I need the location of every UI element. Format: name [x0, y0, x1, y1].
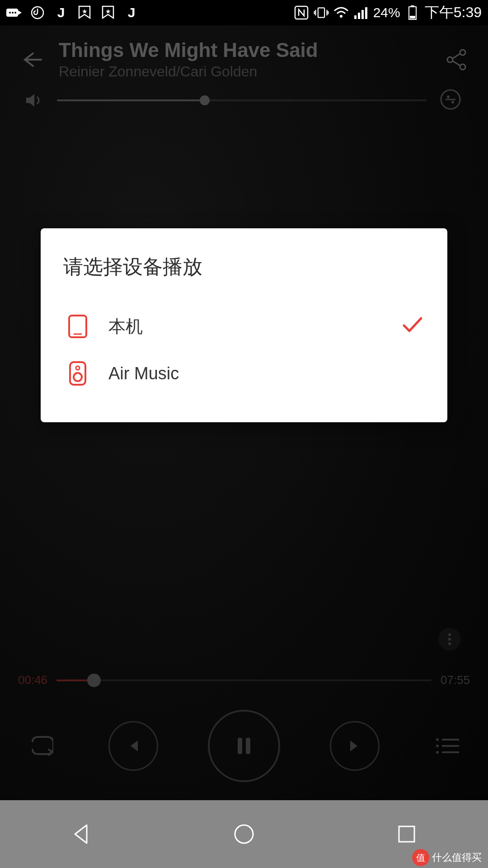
nav-recent-button[interactable] [389, 816, 425, 852]
status-right: 24% 下午5:39 [294, 3, 482, 23]
svg-rect-24 [238, 738, 242, 754]
repeat-button[interactable] [23, 728, 59, 764]
svg-rect-25 [246, 738, 250, 754]
song-titles: Things We Might Have Said Reinier Zonnev… [59, 39, 434, 80]
nav-home-button[interactable] [226, 816, 262, 852]
nav-back-button[interactable] [63, 816, 99, 852]
status-bar: J ★ ★ J 24% 下午5:39 [0, 0, 488, 25]
svg-point-10 [340, 15, 343, 18]
device-label: Air Music [108, 364, 423, 383]
bookmark-j-icon-2: J [124, 5, 139, 20]
svg-rect-14 [365, 7, 367, 19]
equalizer-button[interactable] [440, 89, 463, 112]
bookmark-j-icon: J [53, 5, 69, 20]
player-header: Things We Might Have Said Reinier Zonnev… [0, 25, 488, 85]
progress-row: 00:46 07:55 [18, 673, 470, 687]
clock-label: 下午5:39 [425, 3, 482, 23]
tablet-icon [65, 314, 90, 339]
bookmark-star-icon-2: ★ [100, 5, 116, 20]
battery-pct-label: 24% [373, 5, 400, 20]
svg-text:★: ★ [105, 8, 111, 15]
current-time-label: 00:46 [18, 673, 47, 687]
svg-rect-13 [361, 10, 364, 19]
svg-point-18 [460, 50, 465, 55]
volume-slider[interactable] [57, 99, 427, 101]
svg-rect-11 [354, 15, 357, 19]
bookmark-star-icon: ★ [77, 5, 92, 20]
back-button[interactable] [18, 46, 45, 73]
vibrate-icon [314, 5, 329, 20]
previous-track-button[interactable] [108, 721, 158, 771]
notification-icon [6, 5, 22, 20]
pause-button[interactable] [208, 710, 280, 782]
device-label: 本机 [108, 315, 383, 338]
device-item-airmusic[interactable]: Air Music [63, 350, 425, 397]
song-artist: Reinier Zonneveld/Cari Golden [59, 63, 434, 80]
cellular-signal-icon [353, 5, 369, 20]
device-item-local[interactable]: 本机 [63, 303, 425, 350]
wifi-icon [333, 5, 349, 20]
svg-point-28 [436, 751, 439, 754]
svg-rect-17 [410, 16, 415, 19]
battery-icon [405, 5, 420, 20]
svg-rect-35 [399, 826, 414, 842]
svg-point-22 [447, 95, 450, 98]
svg-point-26 [436, 738, 439, 741]
svg-point-23 [451, 101, 454, 104]
song-title: Things We Might Have Said [59, 39, 434, 61]
volume-row [0, 85, 488, 112]
svg-point-2 [12, 12, 14, 14]
nfc-icon [294, 5, 309, 20]
progress-slider[interactable] [56, 679, 432, 681]
watermark-text: 什么值得买 [432, 851, 482, 864]
svg-point-33 [74, 373, 82, 381]
svg-point-19 [447, 57, 453, 62]
svg-point-3 [14, 12, 16, 14]
svg-point-1 [9, 12, 11, 14]
speaker-icon [65, 361, 90, 386]
svg-point-32 [76, 366, 80, 370]
svg-text:★: ★ [82, 8, 88, 15]
device-select-modal: 请选择设备播放 本机 Air Music [41, 228, 447, 422]
watermark: 值 什么值得买 [412, 849, 482, 866]
svg-rect-12 [358, 13, 360, 19]
watermark-badge-icon: 值 [412, 849, 429, 866]
svg-marker-4 [18, 10, 22, 15]
player-controls: 00:46 07:55 [0, 673, 488, 782]
status-left-icons: J ★ ★ J [6, 5, 139, 20]
total-time-label: 07:55 [441, 673, 470, 687]
svg-point-20 [460, 64, 465, 70]
modal-title: 请选择设备播放 [63, 254, 425, 280]
share-button[interactable] [443, 46, 470, 73]
svg-point-34 [235, 825, 253, 843]
playlist-button[interactable] [429, 728, 465, 764]
svg-point-27 [436, 745, 439, 747]
check-icon [401, 316, 423, 337]
volume-icon [25, 92, 43, 108]
more-options-button[interactable] [438, 628, 461, 651]
svg-rect-9 [318, 8, 324, 17]
next-track-button[interactable] [330, 721, 380, 771]
music-app-icon [30, 5, 45, 20]
